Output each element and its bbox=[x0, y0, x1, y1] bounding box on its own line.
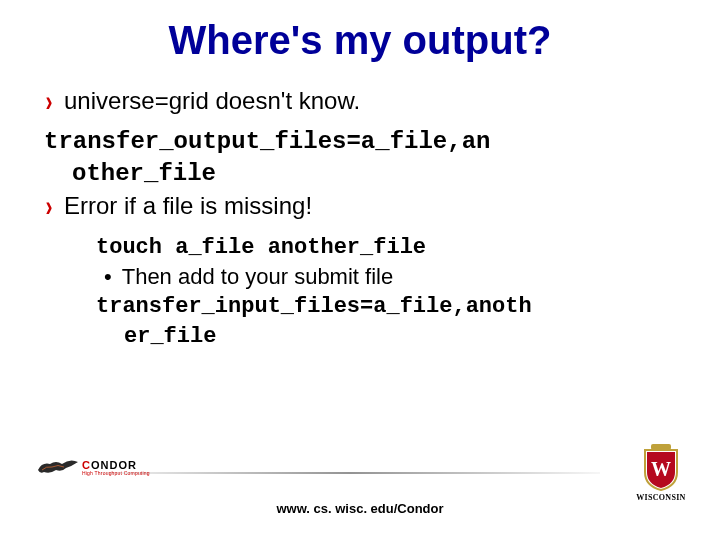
dot-icon: • bbox=[104, 262, 112, 292]
code-line: transfer_input_files=a_file,anoth bbox=[96, 292, 680, 322]
code-line: other_file bbox=[44, 158, 680, 190]
divider bbox=[100, 472, 600, 474]
footer-url: www. cs. wisc. edu/Condor bbox=[276, 501, 443, 516]
chevron-icon: › bbox=[46, 81, 53, 122]
svg-rect-1 bbox=[651, 444, 671, 450]
condor-text: CONDOR High Throughput Computing bbox=[82, 460, 150, 476]
condor-bird-icon bbox=[36, 456, 80, 480]
code-line: touch a_file another_file bbox=[96, 233, 680, 263]
wisconsin-logo: W WISCONSIN bbox=[636, 444, 686, 502]
sub-bullet-item: • Then add to your submit file bbox=[96, 262, 680, 292]
slide-content: › universe=grid doesn't know. transfer_o… bbox=[40, 85, 680, 352]
slide-title: Where's my output? bbox=[40, 18, 680, 63]
condor-logo: CONDOR High Throughput Computing bbox=[36, 456, 150, 480]
bullet-item: › Error if a file is missing! bbox=[44, 190, 680, 231]
chevron-icon: › bbox=[46, 186, 53, 227]
code-line: transfer_output_files=a_file,an bbox=[44, 126, 680, 158]
slide: Where's my output? › universe=grid doesn… bbox=[0, 0, 720, 540]
sub-bullet-text: Then add to your submit file bbox=[122, 262, 393, 292]
bullet-item: › universe=grid doesn't know. bbox=[44, 85, 680, 126]
bullet-text: universe=grid doesn't know. bbox=[64, 85, 680, 117]
bullet-text: Error if a file is missing! bbox=[64, 190, 680, 222]
crest-icon: W bbox=[641, 444, 681, 492]
svg-text:W: W bbox=[651, 458, 671, 480]
condor-subtitle: High Throughput Computing bbox=[82, 471, 150, 476]
footer: CONDOR High Throughput Computing www. cs… bbox=[0, 460, 720, 520]
code-line: er_file bbox=[96, 322, 680, 352]
wisconsin-text: WISCONSIN bbox=[636, 493, 686, 502]
sub-block: touch a_file another_file • Then add to … bbox=[44, 233, 680, 352]
